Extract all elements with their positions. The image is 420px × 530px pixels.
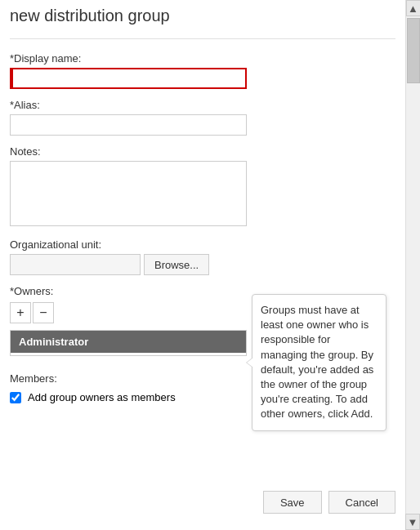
owner-item[interactable]: Administrator [11, 331, 246, 353]
alias-label: *Alias: [10, 99, 395, 111]
org-unit-input[interactable] [10, 254, 141, 275]
browse-button[interactable]: Browse... [144, 254, 209, 275]
scroll-up-icon: ▲ [408, 2, 418, 15]
main-content: new distribution group *Display name: *A… [0, 0, 405, 530]
notes-group: Notes: [10, 145, 395, 229]
alias-input[interactable] [10, 114, 247, 136]
add-owner-button[interactable]: + [10, 302, 31, 323]
bottom-buttons: Save Cancel [263, 491, 395, 514]
cancel-button[interactable]: Cancel [328, 491, 395, 514]
remove-owner-button[interactable]: − [33, 302, 54, 323]
scroll-down-button[interactable]: ▼ [405, 514, 420, 530]
page-container: new distribution group *Display name: *A… [0, 0, 420, 530]
notes-input[interactable] [10, 161, 247, 226]
tooltip-box: Groups must have at least one owner who … [252, 294, 386, 431]
save-button[interactable]: Save [263, 491, 322, 514]
owners-list: Administrator [10, 330, 247, 356]
scrollbar-thumb[interactable] [407, 18, 420, 83]
tooltip-text: Groups must have at least one owner who … [261, 304, 373, 420]
add-owners-checkbox[interactable] [10, 392, 21, 403]
alias-group: *Alias: [10, 99, 395, 136]
scroll-up-button[interactable]: ▲ [406, 0, 421, 16]
org-unit-label: Organizational unit: [10, 238, 395, 251]
page-title: new distribution group [10, 0, 395, 39]
display-name-input[interactable] [10, 68, 247, 89]
display-name-label: *Display name: [10, 52, 395, 65]
org-unit-row: Browse... [10, 254, 395, 275]
scrollbar: ▲ ▼ [405, 0, 420, 530]
notes-label: Notes: [10, 145, 395, 158]
display-name-group: *Display name: [10, 52, 395, 89]
scroll-down-icon: ▼ [408, 516, 418, 528]
checkbox-label: Add group owners as members [28, 391, 176, 403]
org-unit-group: Organizational unit: Browse... [10, 238, 395, 275]
